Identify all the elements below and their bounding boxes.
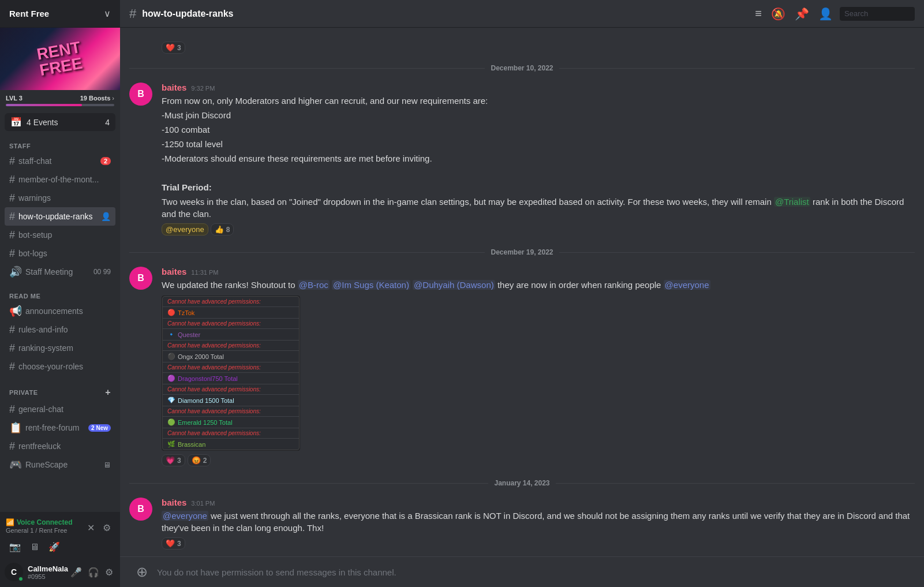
- channel-name-choose-your-roles: choose-your-roles: [18, 362, 111, 371]
- rank-table-image: Cannot have advanced permissions: 🔴 TzTo…: [162, 296, 300, 451]
- read-me-section-header: READ ME: [5, 293, 115, 300]
- message-group-2: B baites 11:31 PM We updated the ranks! …: [120, 266, 924, 468]
- user-controls: 🎤 🎧 ⚙: [68, 565, 115, 579]
- message-avatar-3: B: [129, 498, 152, 521]
- date-divider-2: December 19, 2022: [120, 239, 924, 266]
- sidebar-item-bot-setup[interactable]: # bot-setup: [5, 226, 115, 244]
- message-author-1[interactable]: baites: [162, 83, 186, 92]
- rank-row-emerald: 🟢 Emerald 1250 Total: [163, 417, 299, 428]
- b-roc-mention[interactable]: @B-roc: [298, 280, 330, 290]
- pin-button[interactable]: 📌: [792, 5, 811, 23]
- camera-button[interactable]: 📷: [6, 539, 24, 555]
- rank-row-brassican: 🌿 Brassican: [163, 439, 299, 450]
- divider-line-3b: [556, 483, 915, 484]
- rank-table: Cannot have advanced permissions: 🔴 TzTo…: [162, 296, 300, 450]
- boost-count[interactable]: 19 Boosts ›: [80, 95, 114, 102]
- sidebar-item-ranking-system[interactable]: # ranking-system: [5, 339, 115, 357]
- message-content-2: We updated the ranks! Shoutout to @B-roc…: [162, 279, 915, 291]
- channel-header-hash-icon: #: [129, 6, 136, 21]
- heart-reaction-top[interactable]: ❤️ 3: [162, 42, 185, 54]
- voice-settings-button[interactable]: ⚙: [99, 520, 114, 536]
- tztok-dot: 🔴: [167, 309, 175, 316]
- server-header[interactable]: Rent Free ∨: [0, 0, 120, 28]
- top-reaction-area: ❤️ 3: [120, 37, 924, 55]
- diamond-dot: 💎: [167, 397, 175, 404]
- channel-name-ranking-system: ranking-system: [18, 343, 111, 353]
- rank-name-brassican: Brassican: [178, 441, 205, 448]
- voice-actions: ✕ ⚙: [84, 520, 114, 536]
- sidebar-item-runescape[interactable]: 🎮 RuneScape 🖥: [5, 455, 115, 474]
- message-author-3[interactable]: baites: [162, 498, 186, 507]
- dawson-mention[interactable]: @Duhyaih (Dawson): [413, 280, 495, 290]
- channel-name-general-chat: general-chat: [18, 405, 111, 414]
- everyone-mention-3[interactable]: @everyone: [162, 511, 208, 521]
- sidebar-item-announcements[interactable]: 📢 announcements: [5, 302, 115, 320]
- thumbs-up-reaction[interactable]: 👍 8: [211, 223, 234, 235]
- heart-count-2: 3: [177, 457, 181, 465]
- events-item[interactable]: 📅 4 Events 4: [5, 113, 115, 131]
- channel-name-staff-meeting: Staff Meeting: [25, 267, 90, 276]
- sidebar-item-general-chat[interactable]: # general-chat: [5, 400, 115, 418]
- sidebar-item-member-of-month[interactable]: # member-of-the-mont...: [5, 170, 115, 189]
- trialist-mention[interactable]: @Trialist: [774, 197, 810, 207]
- mute-button[interactable]: 🎤: [68, 565, 84, 579]
- message-content-3: @everyone we just went through all the r…: [162, 510, 915, 534]
- activity-button[interactable]: 🚀: [45, 539, 63, 555]
- divider-line-2b: [559, 252, 915, 253]
- private-section-header[interactable]: PRIVATE +: [5, 387, 115, 398]
- channel-name-runescape: RuneScape: [25, 460, 100, 469]
- threads-button[interactable]: ≡: [753, 5, 764, 23]
- divider-line: [129, 68, 485, 69]
- username: CallmeNala: [28, 564, 63, 573]
- screen-share-button[interactable]: 🖥: [27, 539, 43, 555]
- server-level: LVL 3: [6, 95, 23, 102]
- rank-row-tztok: 🔴 TzTok: [163, 307, 299, 319]
- channel-name-staff-chat: staff-chat: [18, 156, 97, 166]
- heart-reaction-3[interactable]: ❤️ 3: [162, 537, 185, 549]
- add-message-icon: ⊕: [136, 564, 148, 580]
- angry-reaction[interactable]: 😡 2: [188, 454, 211, 466]
- onyx-dot: ⚫: [167, 353, 175, 360]
- hash-icon: #: [9, 324, 15, 336]
- user-settings-button[interactable]: ⚙: [103, 565, 115, 579]
- members-button[interactable]: 👤: [816, 5, 835, 23]
- sidebar-item-choose-your-roles[interactable]: # choose-your-roles: [5, 357, 115, 376]
- date-divider-3: January 14, 2023: [120, 470, 924, 496]
- channel-name-rent-free-forum: rent-free-forum: [25, 423, 85, 432]
- calendar-icon: 📅: [10, 117, 22, 128]
- server-banner: RENTFREE: [0, 28, 120, 90]
- rank-row-error-3: Cannot have advanced permissions:: [163, 341, 299, 351]
- sidebar-item-rentfreeluck[interactable]: # rentfreeluck: [5, 437, 115, 455]
- staff-chat-badge: 2: [100, 157, 111, 165]
- channel-name-bot-setup: bot-setup: [18, 230, 111, 240]
- voice-disconnect-button[interactable]: ✕: [84, 520, 98, 536]
- sidebar-item-warnings[interactable]: # warnings: [5, 189, 115, 207]
- boost-bar-fill: [6, 104, 82, 106]
- rank-row-error-6: Cannot have advanced permissions:: [163, 406, 299, 417]
- message-avatar-1: B: [129, 83, 152, 106]
- heart-emoji-2: 💗: [166, 456, 175, 465]
- sidebar-item-bot-logs[interactable]: # bot-logs: [5, 244, 115, 263]
- hash-icon: #: [9, 403, 15, 416]
- keaton-mention[interactable]: @Im Sugs (Keaton): [332, 280, 410, 290]
- divider-line-3: [129, 483, 488, 484]
- search-input[interactable]: [840, 7, 915, 21]
- sidebar-item-staff-chat[interactable]: # staff-chat 2: [5, 152, 115, 170]
- add-channel-icon[interactable]: +: [105, 387, 111, 398]
- msg3-reactions: ❤️ 3: [162, 537, 915, 549]
- messages-area[interactable]: ❤️ 3 December 10, 2022 B baites 9:32 PM …: [120, 28, 924, 556]
- sidebar-item-how-to-update-ranks[interactable]: # how-to-update-ranks 👤: [5, 207, 115, 226]
- message-author-2[interactable]: baites: [162, 267, 186, 276]
- sidebar-item-staff-meeting[interactable]: 🔊 Staff Meeting 00 99: [5, 263, 115, 281]
- notification-button[interactable]: 🔕: [769, 5, 788, 23]
- deafen-button[interactable]: 🎧: [85, 565, 102, 579]
- no-permission-row: ⊕ You do not have permission to send mes…: [127, 564, 917, 580]
- everyone-mention-2[interactable]: @everyone: [664, 280, 710, 290]
- quester-dot: 🔹: [167, 331, 175, 338]
- rank-name-diamond: Diamond 1500 Total: [178, 397, 234, 404]
- message-avatar-2: B: [129, 267, 152, 290]
- heart-reaction-2[interactable]: 💗 3: [162, 454, 185, 466]
- heart-count-top: 3: [177, 44, 181, 52]
- sidebar-item-rules-and-info[interactable]: # rules-and-info: [5, 320, 115, 339]
- sidebar-item-rent-free-forum[interactable]: 📋 rent-free-forum 2 New: [5, 418, 115, 437]
